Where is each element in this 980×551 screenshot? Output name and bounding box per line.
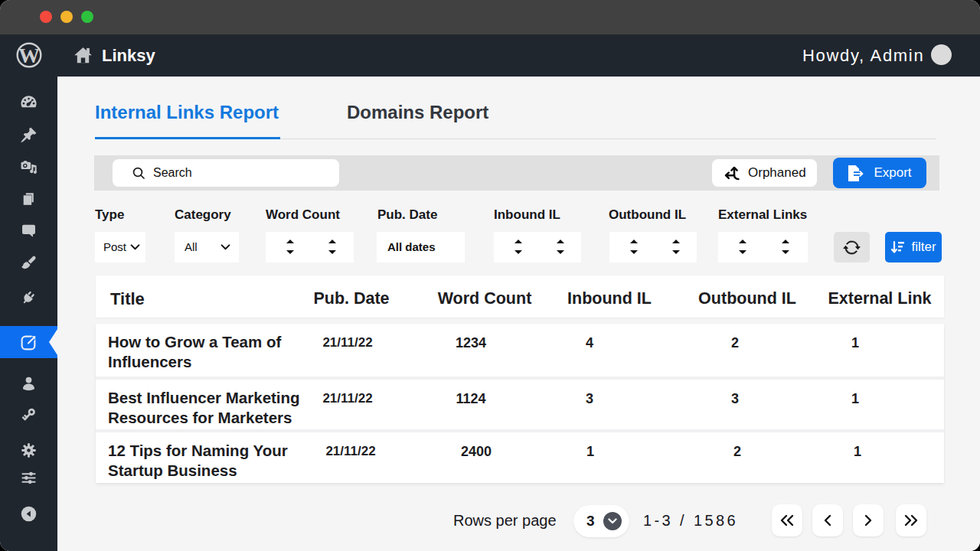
svg-text:W: W bbox=[18, 44, 40, 67]
